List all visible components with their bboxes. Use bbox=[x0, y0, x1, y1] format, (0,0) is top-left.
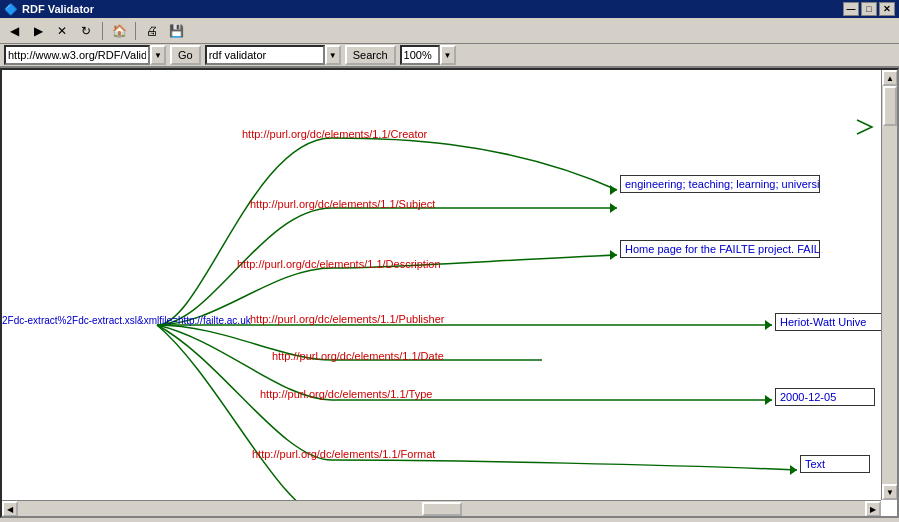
predicate-publisher[interactable]: http://purl.org/dc/elements/1.1/Publishe… bbox=[250, 313, 444, 325]
print-button[interactable]: 🖨 bbox=[142, 21, 162, 41]
scroll-track-h[interactable] bbox=[18, 501, 865, 516]
search-input-group: ▼ bbox=[205, 45, 341, 65]
zoom-dropdown[interactable]: ▼ bbox=[440, 45, 456, 65]
object-format: Text bbox=[800, 455, 870, 473]
go-button[interactable]: Go bbox=[170, 45, 201, 65]
predicate-format[interactable]: http://purl.org/dc/elements/1.1/Format bbox=[252, 448, 435, 460]
predicate-type[interactable]: http://purl.org/dc/elements/1.1/Type bbox=[260, 388, 432, 400]
address-bar: ▼ Go ▼ Search ▼ bbox=[0, 44, 899, 68]
window-icon: 🔷 bbox=[4, 3, 18, 16]
object-identifier: text/html bbox=[800, 517, 880, 518]
forward-button[interactable]: ▶ bbox=[28, 21, 48, 41]
scroll-thumb-v[interactable] bbox=[883, 86, 897, 126]
refresh-button[interactable]: ↻ bbox=[76, 21, 96, 41]
svg-marker-0 bbox=[610, 185, 617, 195]
svg-marker-3 bbox=[765, 320, 772, 330]
toolbar: ◀ ▶ ✕ ↻ 🏠 🖨 💾 bbox=[0, 18, 899, 44]
toolbar-separator-1 bbox=[102, 22, 103, 40]
svg-marker-1 bbox=[610, 203, 617, 213]
scroll-thumb-h[interactable] bbox=[422, 502, 462, 516]
zoom-group: ▼ bbox=[400, 45, 456, 65]
scroll-right-button[interactable]: ▶ bbox=[865, 501, 881, 517]
scroll-track-v[interactable] bbox=[882, 86, 897, 484]
close-button[interactable]: ✕ bbox=[879, 2, 895, 16]
source-url-label: 2Fdc-extract%2Fdc-extract.xsl&xmlfile=ht… bbox=[2, 315, 251, 326]
vertical-scrollbar[interactable]: ▲ ▼ bbox=[881, 70, 897, 500]
window-title: RDF Validator bbox=[22, 3, 94, 15]
toolbar-separator-2 bbox=[135, 22, 136, 40]
predicate-subject[interactable]: http://purl.org/dc/elements/1.1/Subject bbox=[250, 198, 435, 210]
window-controls: — □ ✕ bbox=[843, 2, 895, 16]
svg-marker-2 bbox=[610, 250, 617, 260]
url-dropdown[interactable]: ▼ bbox=[150, 45, 166, 65]
stop-button[interactable]: ✕ bbox=[52, 21, 72, 41]
predicate-creator[interactable]: http://purl.org/dc/elements/1.1/Creator bbox=[242, 128, 427, 140]
object-description: Home page for the FAILTE project. FAILTE… bbox=[620, 240, 820, 258]
scroll-left-button[interactable]: ◀ bbox=[2, 501, 18, 517]
object-publisher: Heriot-Watt Unive bbox=[775, 313, 885, 331]
home-button[interactable]: 🏠 bbox=[109, 21, 129, 41]
rdf-graph-svg bbox=[2, 70, 881, 500]
object-creator: engineering; teaching; learning; univers… bbox=[620, 175, 820, 193]
predicate-date[interactable]: http://purl.org/dc/elements/1.1/Date bbox=[272, 350, 444, 362]
search-button[interactable]: Search bbox=[345, 45, 396, 65]
url-input[interactable] bbox=[4, 45, 150, 65]
svg-marker-4 bbox=[765, 395, 772, 405]
zoom-input[interactable] bbox=[400, 45, 440, 65]
title-bar: 🔷 RDF Validator — □ ✕ bbox=[0, 0, 899, 18]
horizontal-scrollbar[interactable]: ◀ ▶ bbox=[2, 500, 881, 516]
minimize-button[interactable]: — bbox=[843, 2, 859, 16]
scroll-up-button[interactable]: ▲ bbox=[882, 70, 898, 86]
object-type: 2000-12-05 bbox=[775, 388, 875, 406]
predicate-description[interactable]: http://purl.org/dc/elements/1.1/Descript… bbox=[237, 258, 441, 270]
back-button[interactable]: ◀ bbox=[4, 21, 24, 41]
save-button[interactable]: 💾 bbox=[166, 21, 186, 41]
svg-marker-5 bbox=[790, 465, 797, 475]
search-dropdown[interactable]: ▼ bbox=[325, 45, 341, 65]
url-input-group: ▼ bbox=[4, 45, 166, 65]
content-area: 2Fdc-extract%2Fdc-extract.xsl&xmlfile=ht… bbox=[0, 68, 899, 518]
search-input[interactable] bbox=[205, 45, 325, 65]
scroll-down-button[interactable]: ▼ bbox=[882, 484, 898, 500]
maximize-button[interactable]: □ bbox=[861, 2, 877, 16]
